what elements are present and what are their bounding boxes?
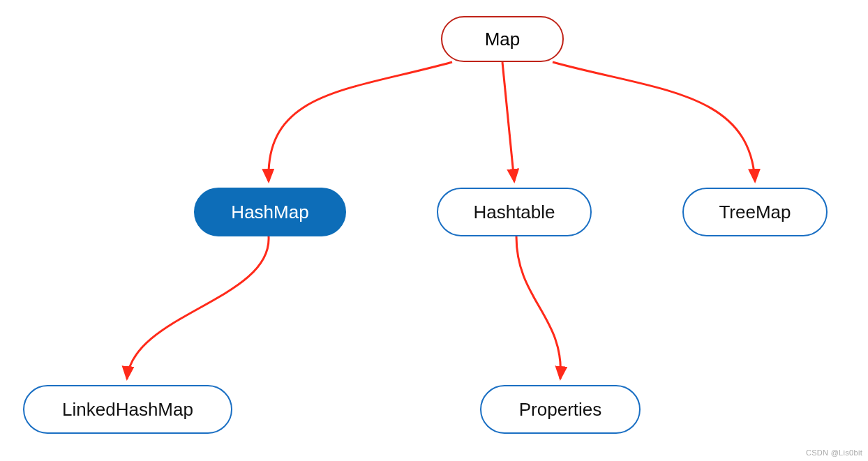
node-label: Properties (519, 399, 602, 421)
edge-map-to-hashmap (269, 62, 452, 181)
node-label: Map (485, 29, 521, 50)
watermark: CSDN @Lis0bit (806, 448, 862, 457)
node-hashtable: Hashtable (437, 188, 592, 236)
node-map: Map (441, 16, 564, 62)
node-linkedhashmap: LinkedHashMap (23, 385, 232, 434)
node-treemap: TreeMap (682, 188, 828, 236)
edge-map-to-treemap (553, 62, 755, 181)
node-label: Hashtable (473, 202, 555, 223)
node-label: LinkedHashMap (62, 399, 193, 421)
edge-hashmap-to-linkedhashmap (127, 236, 269, 379)
node-label: HashMap (231, 202, 308, 223)
node-properties: Properties (480, 385, 641, 434)
edge-map-to-hashtable (502, 62, 514, 181)
edge-hashtable-to-properties (516, 236, 560, 379)
node-label: TreeMap (719, 202, 791, 223)
node-hashmap: HashMap (194, 188, 346, 236)
